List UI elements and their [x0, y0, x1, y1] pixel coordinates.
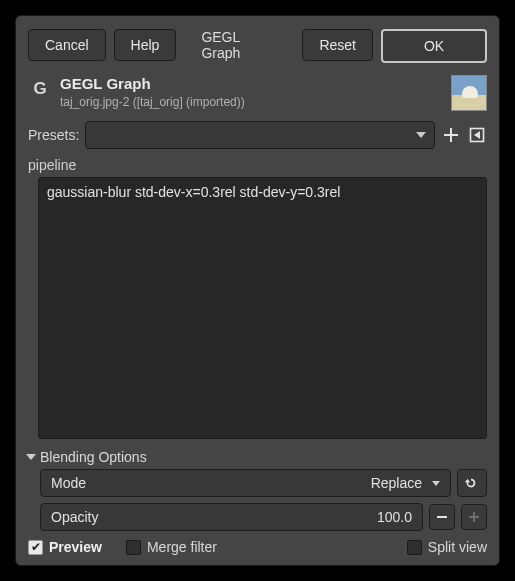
opacity-field[interactable]: Opacity 100.0: [40, 503, 423, 531]
svg-rect-6: [469, 516, 479, 518]
help-button[interactable]: Help: [114, 29, 177, 61]
chevron-down-icon: [432, 481, 440, 486]
preview-label: Preview: [49, 539, 102, 555]
svg-marker-3: [474, 131, 480, 139]
pipeline-label: pipeline: [28, 157, 487, 173]
opacity-value: 100.0: [377, 509, 412, 525]
opacity-increment-button[interactable]: [461, 504, 487, 530]
mode-reset-button[interactable]: [457, 469, 487, 497]
opacity-label: Opacity: [51, 509, 377, 525]
presets-label: Presets:: [28, 127, 79, 143]
gegl-logo-icon: G: [28, 77, 52, 101]
expander-triangle-icon: [26, 454, 36, 460]
preset-manage-button[interactable]: [467, 125, 487, 145]
preview-checkbox[interactable]: ✔: [28, 540, 43, 555]
presets-combobox[interactable]: [85, 121, 435, 149]
opacity-decrement-button[interactable]: [429, 504, 455, 530]
dialog-title: GEGL Graph: [184, 29, 294, 61]
split-view-checkbox[interactable]: [407, 540, 422, 555]
preset-add-button[interactable]: [441, 125, 461, 145]
image-thumbnail: [451, 75, 487, 111]
chevron-down-icon: [416, 132, 426, 138]
mode-label: Mode: [51, 475, 371, 491]
page-title: GEGL Graph: [60, 75, 443, 94]
svg-rect-1: [444, 134, 458, 136]
mode-dropdown[interactable]: Mode Replace: [40, 469, 451, 497]
check-icon: ✔: [31, 541, 41, 553]
cancel-button[interactable]: Cancel: [28, 29, 106, 61]
ok-button[interactable]: OK: [381, 29, 487, 63]
plus-icon: [468, 511, 480, 523]
svg-rect-4: [437, 516, 447, 518]
reset-button[interactable]: Reset: [302, 29, 373, 61]
split-view-label: Split view: [428, 539, 487, 555]
blending-options-label: Blending Options: [40, 449, 147, 465]
reset-icon: [464, 476, 478, 490]
pipeline-textarea[interactable]: [38, 177, 487, 439]
minus-icon: [436, 511, 448, 523]
merge-filter-checkbox[interactable]: [126, 540, 141, 555]
merge-filter-label: Merge filter: [147, 539, 217, 555]
mode-value: Replace: [371, 475, 422, 491]
blending-options-expander[interactable]: Blending Options: [28, 449, 487, 465]
page-subtitle: taj_orig.jpg-2 ([taj_orig] (imported)): [60, 95, 443, 110]
